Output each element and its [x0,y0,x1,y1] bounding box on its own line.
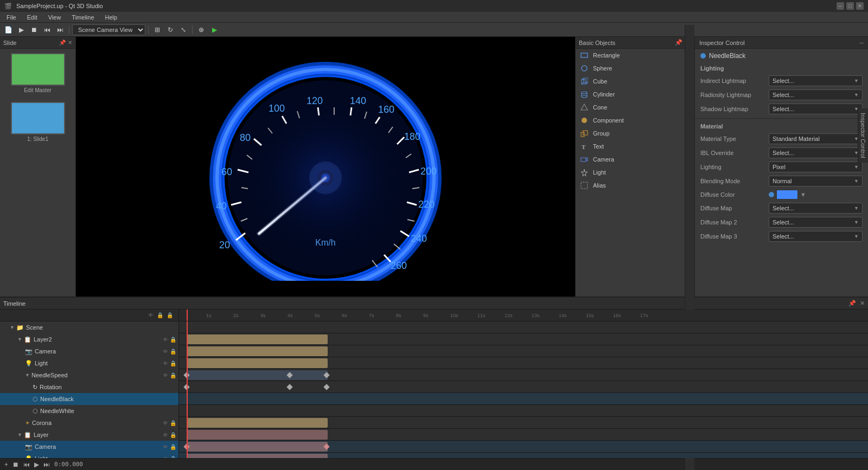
menu-view[interactable]: View [44,13,66,22]
svg-text:40: 40 [216,201,227,211]
run-button[interactable]: ▶ [208,24,220,35]
obj-alias[interactable]: Alias [576,179,694,192]
layer2-lock-icon[interactable]: 🔒 [170,337,176,343]
tree-row-layer[interactable]: ▼ 📋 Layer 👁 🔒 [0,429,178,441]
obj-cone[interactable]: Cone [576,101,694,114]
light1-lock-icon[interactable]: 🔒 [170,360,176,366]
timeline-close[interactable]: ✕ [860,300,865,306]
track-bar-layer2 [187,334,328,344]
slide-panel-pin[interactable]: 📌 [59,40,66,46]
slide-edit-master[interactable]: Edit Master [11,53,65,93]
shadow-lightmap-row: Shadow Lightmap Select... ▼ [695,102,868,116]
track-bar-camera2 [187,442,328,452]
tree-row-light1[interactable]: 💡 Light 👁 🔒 [0,357,178,369]
blending-mode-label: Blending Mode [700,178,765,184]
diffuse-map3-dropdown[interactable]: Select... ▼ [769,231,863,242]
indirect-lightmap-dropdown[interactable]: Select... ▼ [769,75,863,86]
timeline-add-btn[interactable]: + [4,461,8,468]
layer2-expand-arrow[interactable]: ▼ [17,337,23,342]
menu-timeline[interactable]: Timeline [67,13,98,22]
needlespeed-eye-icon[interactable]: 👁 [163,372,168,378]
ibl-override-dropdown[interactable]: Select... ▼ [769,147,863,158]
grid-button[interactable]: ⊕ [195,24,207,35]
timeline-stop-btn[interactable]: ⏹ [12,461,19,468]
timeline-next-btn[interactable]: ⏭ [43,461,50,468]
viewport[interactable]: 20 40 60 80 100 120 140 [76,37,575,297]
timeline-pin[interactable]: 📌 [848,300,856,306]
obj-camera[interactable]: Camera [576,153,694,166]
window-controls: ─ □ ✕ [837,2,864,10]
rotate-button[interactable]: ↻ [164,24,176,35]
diffuse-color-swatch[interactable] [776,190,798,199]
camera2-lock-icon[interactable]: 🔒 [170,444,176,450]
light1-eye-icon[interactable]: 👁 [163,360,168,366]
layer-eye-icon[interactable]: 👁 [163,432,168,438]
tree-row-corona[interactable]: ✦ Corona 👁 🔒 [0,417,178,429]
slide-1[interactable]: 1: Slide1 [11,102,65,142]
menu-edit[interactable]: Edit [23,13,42,22]
inspector-collapse[interactable]: ─ [859,40,864,46]
diffuse-map2-dropdown[interactable]: Select... ▼ [769,217,863,228]
material-type-dropdown[interactable]: Standard Material ▼ [769,133,863,144]
tree-row-needlewhite[interactable]: ⬡ NeedleWhite [0,405,178,417]
scale-button[interactable]: ⤡ [177,24,189,35]
timeline-play-btn[interactable]: ▶ [34,461,39,468]
tree-row-light2[interactable]: 💡 Light 👁 🔒 [0,453,178,458]
diffuse-map-arrow: ▼ [854,205,859,211]
sphere-icon [580,64,589,73]
radiosity-lightmap-dropdown[interactable]: Select... ▼ [769,89,863,100]
tree-row-needleblack[interactable]: ⬡ NeedleBlack [0,393,178,405]
transform-button[interactable]: ⊞ [151,24,163,35]
basic-objects-pin[interactable]: 📌 [675,39,682,46]
needlespeed-lock-icon[interactable]: 🔒 [170,372,176,378]
menu-file[interactable]: File [2,13,21,22]
camera1-eye-icon[interactable]: 👁 [163,349,168,355]
tree-row-rotation[interactable]: ↻ Rotation [0,381,178,393]
needlespeed-arrow[interactable]: ▼ [25,372,30,378]
track-needlewhite [179,405,868,417]
layer-lock-icon[interactable]: 🔒 [170,432,176,438]
obj-text[interactable]: T Text [576,140,694,153]
diffuse-color-arrow[interactable]: ▼ [800,191,806,198]
tree-row-camera2[interactable]: 📷 Camera 👁 🔒 [0,441,178,453]
play-button[interactable]: ▶ [15,24,27,35]
close-button[interactable]: ✕ [856,2,864,10]
obj-rectangle[interactable]: Rectangle [576,49,694,62]
track-needlespeed [179,369,868,381]
ibl-override-value: Select... [773,150,794,156]
camera2-eye-icon[interactable]: 👁 [163,444,168,450]
minimize-button[interactable]: ─ [837,2,844,10]
indirect-lightmap-row: Indirect Lightmap Select... ▼ [695,74,868,88]
obj-cube[interactable]: Cube [576,75,694,88]
diffuse-map-dropdown[interactable]: Select... ▼ [769,203,863,214]
inspector-vtab[interactable]: Inspector Control [858,108,868,163]
tree-row-layer2[interactable]: ▼ 📋 Layer2 👁 🔒 [0,333,178,345]
blending-mode-dropdown[interactable]: Normal ▼ [769,176,863,186]
obj-sphere[interactable]: Sphere [576,62,694,75]
slide-panel-close[interactable]: ✕ [68,40,72,46]
camera1-lock-icon[interactable]: 🔒 [170,349,176,355]
obj-cylinder[interactable]: Cylinder [576,88,694,101]
corona-lock-icon[interactable]: 🔒 [170,420,176,426]
new-button[interactable]: 📄 [2,24,14,35]
obj-light[interactable]: Light [576,166,694,179]
tree-row-camera1[interactable]: 📷 Camera 👁 🔒 [0,345,178,357]
obj-component[interactable]: Component [576,114,694,127]
restore-button[interactable]: □ [846,2,854,10]
rewind-button[interactable]: ⏮ [41,24,53,35]
timeline-prev-btn[interactable]: ⏮ [23,461,30,468]
tree-row-scene[interactable]: ▼ 📁 Scene [0,321,178,333]
obj-group[interactable]: Group [576,127,694,140]
camera-view-dropdown[interactable]: Scene Camera View [72,24,145,35]
scene-expand-arrow[interactable]: ▼ [10,325,15,330]
layer2-eye-icon[interactable]: 👁 [163,337,168,343]
shadow-lightmap-dropdown[interactable]: Select... ▼ [769,104,863,114]
menu-help[interactable]: Help [101,13,122,22]
tree-row-needlespeed[interactable]: ▼ NeedleSpeed 👁 🔒 [0,369,178,381]
corona-eye-icon[interactable]: 👁 [163,420,168,426]
lighting-dropdown[interactable]: Pixel ▼ [769,162,863,172]
layer-expand-arrow[interactable]: ▼ [17,432,23,437]
forward-button[interactable]: ⏭ [54,24,66,35]
stop-button[interactable]: ⏹ [28,24,40,35]
needlewhite-icon: ⬡ [33,408,38,415]
